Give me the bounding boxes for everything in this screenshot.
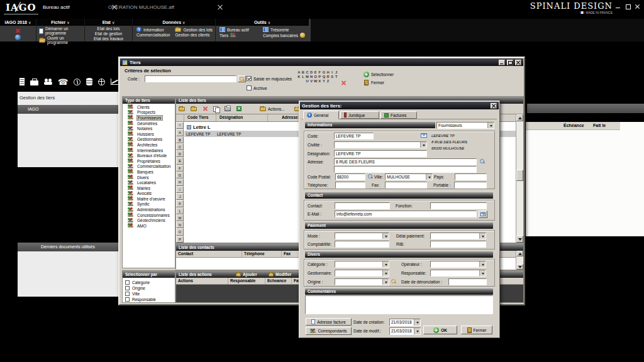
dropdown-icon[interactable]	[479, 233, 486, 239]
scroll-down-icon[interactable]	[516, 236, 523, 243]
letter-link[interactable]: J	[334, 70, 338, 75]
letter-tab[interactable]: H	[176, 178, 184, 185]
adresse2-field[interactable]	[334, 166, 477, 173]
scroll-up-icon[interactable]	[516, 251, 523, 256]
tab-juridique[interactable]: Juridique	[340, 111, 379, 119]
civilite-select[interactable]	[334, 141, 427, 148]
menu-demarrer-programme[interactable]: Démarrer un programme	[39, 26, 80, 35]
letter-link[interactable]: X	[318, 79, 322, 84]
menu-etat-de-gestion[interactable]: Etat de gestion	[95, 31, 122, 36]
type-de-tiers-item[interactable]: Mairies	[123, 185, 175, 191]
letter-tab[interactable]: N	[176, 221, 184, 228]
maximize-icon[interactable]	[507, 60, 513, 65]
dropdown-icon[interactable]	[382, 233, 389, 239]
type-tiers-select[interactable]: Fournisseurs	[436, 122, 494, 129]
dropdown-icon[interactable]	[414, 328, 420, 334]
mode-select[interactable]	[335, 233, 389, 239]
letter-tab[interactable]: I	[176, 186, 184, 193]
telephone-field[interactable]	[335, 182, 365, 189]
categorie-select[interactable]	[335, 261, 389, 268]
letter-link[interactable]: L	[301, 75, 306, 79]
menu-tresorerie[interactable]: Trésorerie	[263, 27, 305, 32]
letter-link[interactable]: E	[313, 70, 318, 75]
filter-option[interactable]: Responsable	[125, 297, 156, 302]
scroll-down-icon[interactable]	[516, 264, 523, 270]
dropdown-icon[interactable]	[479, 270, 486, 276]
database-icon[interactable]	[86, 78, 92, 85]
delai-select[interactable]	[430, 233, 486, 239]
type-de-tiers-item[interactable]: Architectes	[123, 142, 175, 148]
document-icon[interactable]	[19, 78, 25, 85]
type-de-tiers-item[interactable]: Banques	[123, 169, 175, 175]
filter-option[interactable]: Catégorie	[125, 280, 156, 285]
pays-field[interactable]	[455, 173, 487, 180]
letter-tab[interactable]: O	[176, 228, 184, 235]
column-header[interactable]: Désignation	[216, 114, 268, 121]
code-postal-field[interactable]	[335, 173, 365, 180]
letter-link[interactable]: H	[326, 70, 330, 75]
open-tiers-icon[interactable]	[191, 107, 197, 111]
letter-tab[interactable]: M	[176, 214, 184, 221]
letter-link[interactable]: U	[305, 79, 309, 84]
dialog-titlebar[interactable]: Gestion des tiers:	[300, 102, 499, 109]
code-search-input[interactable]	[145, 75, 236, 82]
contacts-scrollbar[interactable]	[516, 251, 523, 270]
actions-button[interactable]: Actions...	[260, 107, 285, 111]
scrollbar-thumb[interactable]	[516, 170, 523, 181]
type-de-tiers-item[interactable]: Avocats	[123, 191, 175, 197]
recent-documents-header[interactable]: Derniers documents utilisés	[18, 243, 118, 251]
delete-tiers-icon[interactable]	[203, 106, 208, 111]
menu-comptes-bancaires[interactable]: Comptes bancaires	[263, 33, 305, 38]
copy-icon[interactable]	[213, 106, 219, 112]
group-collapse-icon[interactable]	[187, 125, 191, 129]
contact-field[interactable]	[335, 202, 390, 209]
column-header[interactable]: Echeance	[265, 278, 292, 284]
portable-field[interactable]	[454, 182, 487, 189]
fermer-button[interactable]: Fermer	[364, 80, 384, 85]
letter-link[interactable]: C	[305, 70, 309, 75]
column-header[interactable]: Téléphone	[242, 251, 282, 257]
dropdown-icon[interactable]	[426, 174, 432, 180]
letter-tab[interactable]: K	[176, 200, 184, 207]
letter-link[interactable]: G	[322, 70, 326, 75]
type-de-tiers-item[interactable]: Géotechniciens	[123, 217, 175, 223]
clock-icon[interactable]	[74, 79, 80, 85]
type-de-tiers-item[interactable]: Administrations	[123, 207, 175, 212]
dropdown-icon[interactable]	[420, 142, 426, 148]
type-de-tiers-item[interactable]: Concessionnaires	[123, 212, 175, 218]
column-header[interactable]: Responsable	[228, 278, 265, 284]
column-header[interactable]: Contact	[176, 251, 242, 257]
gestionnaire-select[interactable]	[335, 270, 389, 277]
menu-bureau-actif[interactable]: Bureau actif	[219, 27, 258, 32]
ajouter-button[interactable]: Ajouter	[236, 271, 257, 278]
filter-option[interactable]: Origine	[125, 285, 156, 291]
selectionner-button[interactable]: Sélectionner	[364, 72, 394, 77]
date-creation-select[interactable]: 21/03/2018	[389, 319, 421, 326]
type-de-tiers-item[interactable]: Bureaux d'étude	[123, 153, 175, 158]
comptabilite-field[interactable]	[335, 241, 389, 248]
ribbon-group-title[interactable]: Etat∨	[85, 19, 132, 26]
letter-link[interactable]: T	[334, 75, 338, 79]
column-header[interactable]: Code Tiers	[184, 114, 216, 121]
close-icon[interactable]	[515, 60, 521, 65]
type-de-tiers-item[interactable]: Divers	[123, 175, 175, 180]
letter-tab[interactable]: E	[176, 157, 184, 164]
code-field[interactable]	[334, 133, 374, 140]
menu-information[interactable]: Information	[136, 27, 170, 32]
excel-export-icon[interactable]	[236, 106, 242, 111]
briefcase-icon[interactable]	[30, 80, 38, 85]
letter-link[interactable]: K	[297, 75, 301, 79]
origine-search-icon[interactable]	[391, 279, 396, 283]
letter-link[interactable]: N	[309, 75, 314, 79]
designation-field[interactable]	[334, 150, 427, 157]
letter-link[interactable]: P	[318, 75, 322, 79]
letter-link[interactable]: B	[301, 70, 306, 75]
letter-link[interactable]: O	[313, 75, 318, 79]
uppercase-checkbox[interactable]	[247, 76, 252, 81]
letter-link[interactable]: Y	[322, 79, 326, 84]
filter-checkbox[interactable]	[125, 297, 130, 302]
dropdown-icon[interactable]	[382, 279, 389, 285]
type-de-tiers-item[interactable]: AMO	[123, 223, 175, 229]
filter-option[interactable]: Ville	[125, 291, 156, 297]
maximize-icon[interactable]	[625, 4, 631, 9]
